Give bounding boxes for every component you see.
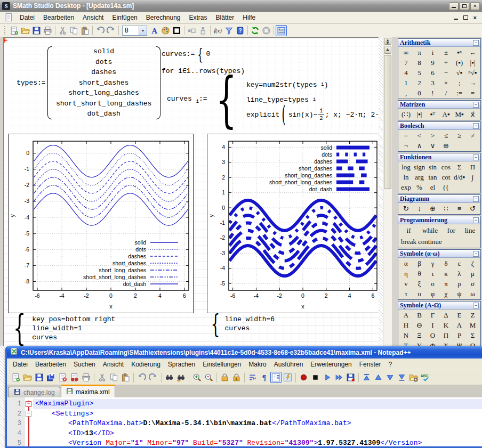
npp-copy-button[interactable] — [108, 372, 119, 383]
palette-button[interactable]: Η — [399, 320, 413, 330]
palette-button[interactable]: κ — [439, 268, 453, 279]
smath-menu-extras[interactable]: Extras — [185, 13, 212, 22]
palette-header[interactable]: Funktionen− — [398, 153, 480, 161]
palette-button[interactable]: ρ — [453, 279, 466, 289]
smath-new-file-button[interactable] — [9, 25, 20, 36]
palette-button[interactable]: ι — [426, 268, 439, 279]
palette-button[interactable]: ← — [466, 47, 479, 58]
npp-redo-button[interactable] — [148, 372, 159, 383]
palette-button[interactable]: ln — [399, 172, 413, 182]
palette-button[interactable]: 0 — [413, 88, 426, 98]
smath-filter-button[interactable] — [223, 25, 235, 36]
palette-button[interactable]: ν — [399, 279, 413, 289]
palette-button[interactable]: σ — [466, 279, 479, 289]
smath-paste-button[interactable] — [79, 25, 91, 36]
scrollbar-thumb[interactable] — [384, 55, 391, 189]
palette-button[interactable]: Δ — [439, 310, 453, 320]
palette-button[interactable]: τ — [399, 289, 413, 299]
palette-button[interactable]: arg — [413, 172, 426, 182]
palette-button[interactable]: γ — [426, 258, 439, 268]
math-region-types[interactable]: types:= soliddotsdashesshort_dashesshort… — [17, 46, 160, 119]
palette-button[interactable]: ¬ — [399, 141, 413, 151]
npp-new-file-button[interactable] — [10, 372, 21, 383]
palette-button[interactable]: √▪ — [453, 68, 466, 78]
palette-button[interactable]: ≡ — [453, 203, 466, 214]
palette-button[interactable]: log — [399, 162, 413, 172]
palette-button[interactable]: 7 — [399, 58, 413, 68]
palette-button[interactable]: for — [442, 225, 461, 236]
palette-button[interactable]: sign — [413, 162, 426, 172]
palette-button[interactable]: tan — [426, 172, 439, 182]
math-region-curve-definition[interactable]: curves i:= { key=num2str(types i) line_t… — [167, 77, 379, 122]
palette-button[interactable]: ▪ⁿ — [453, 47, 466, 58]
smath-redo-button[interactable] — [106, 25, 117, 36]
palette-button[interactable]: Ο — [426, 330, 439, 340]
palette-button[interactable]: Κ — [439, 320, 453, 330]
smath-menu-einfügen[interactable]: Einfügen — [108, 13, 141, 22]
fold-gutter[interactable]: −− — [25, 397, 33, 446]
palette-button[interactable]: ∞ — [399, 47, 413, 58]
collapse-button[interactable]: − — [473, 154, 479, 160]
smath-copy-button[interactable] — [68, 25, 79, 36]
npp-menu-bearbeiten[interactable]: Bearbeiten — [31, 360, 70, 369]
smath-menu-ansicht[interactable]: Ansicht — [78, 13, 108, 22]
palette-button[interactable]: M▪ — [453, 109, 466, 119]
palette-button[interactable]: ⊕ — [426, 203, 439, 214]
palette-button[interactable]: 5 — [413, 68, 426, 78]
smath-print-button[interactable] — [42, 25, 53, 36]
palette-button[interactable]: ⁿ√▪ — [466, 68, 479, 78]
palette-button[interactable]: , — [399, 88, 413, 98]
palette-button[interactable]: Γ — [426, 310, 439, 320]
mdi-minimize-icon[interactable] — [454, 19, 458, 20]
palette-button[interactable]: ↕ — [413, 203, 426, 214]
palette-button[interactable]: % — [413, 182, 426, 192]
palette-button[interactable]: Π — [439, 330, 453, 340]
npp-save-session-button[interactable] — [231, 372, 242, 383]
smath-open-file-button[interactable] — [20, 25, 31, 36]
smath-function-fx-button[interactable]: f(x) — [212, 25, 223, 36]
palette-button[interactable]: ∷ — [439, 203, 453, 214]
smath-menu-bearbeiten[interactable]: Bearbeiten — [39, 13, 78, 22]
npp-save-all-button[interactable] — [45, 372, 57, 383]
palette-button[interactable]: 9 — [426, 58, 439, 68]
npp-open-containing-folder-button[interactable] — [408, 372, 419, 383]
palette-button[interactable]: line — [461, 225, 479, 236]
palette-button[interactable]: ; — [453, 78, 466, 88]
mdi-restore-icon[interactable] — [463, 15, 468, 20]
palette-button[interactable]: − — [439, 68, 453, 78]
smath-menu-hilfe[interactable]: Hilfe — [238, 13, 260, 22]
npp-menu-help[interactable]: ? — [384, 360, 396, 369]
collapse-button[interactable]: − — [473, 251, 479, 257]
fold-collapse-icon[interactable]: − — [26, 411, 31, 417]
palette-button[interactable]: |▪| — [466, 58, 479, 68]
palette-button[interactable]: θ — [413, 268, 426, 279]
npp-macro-run-multiple-button[interactable] — [333, 372, 344, 383]
npp-undo-button[interactable] — [136, 372, 147, 383]
font-size-select[interactable]: 8▾ — [122, 26, 147, 36]
palette-button[interactable]: ψ — [453, 289, 466, 299]
palette-button[interactable]: ≥ — [453, 131, 466, 141]
palette-header[interactable]: Diagramm− — [398, 195, 480, 203]
smath-undo-button[interactable] — [94, 25, 106, 36]
palette-button[interactable]: δ — [439, 258, 453, 268]
palette-header[interactable]: Arithmetik− — [398, 39, 480, 47]
scrollbar-split-button[interactable]: ▲▼ — [384, 38, 391, 45]
smath-help-button[interactable]: ? — [235, 25, 246, 36]
minimize-button[interactable] — [449, 2, 459, 10]
palette-button[interactable]: sin — [426, 162, 439, 172]
palette-button[interactable]: β — [413, 258, 426, 268]
palette-button[interactable]: φ — [426, 289, 439, 299]
palette-header[interactable]: Symbole (Α-Ω)− — [398, 302, 480, 309]
npp-paste-button[interactable] — [120, 372, 131, 383]
palette-button[interactable]: break — [399, 236, 418, 247]
npp-macro-save-button[interactable] — [345, 372, 356, 383]
palette-button[interactable]: ∫ — [466, 172, 479, 182]
npp-print-button[interactable] — [81, 372, 92, 383]
palette-button[interactable]: ± — [439, 47, 453, 58]
smath-save-file-button[interactable] — [31, 25, 42, 36]
palette-button[interactable]: cos — [439, 162, 453, 172]
palette-button[interactable]: 4 — [399, 68, 413, 78]
palette-button[interactable]: ζ — [466, 258, 479, 268]
collapse-button[interactable]: − — [473, 123, 479, 129]
palette-button[interactable]: / — [439, 88, 453, 98]
